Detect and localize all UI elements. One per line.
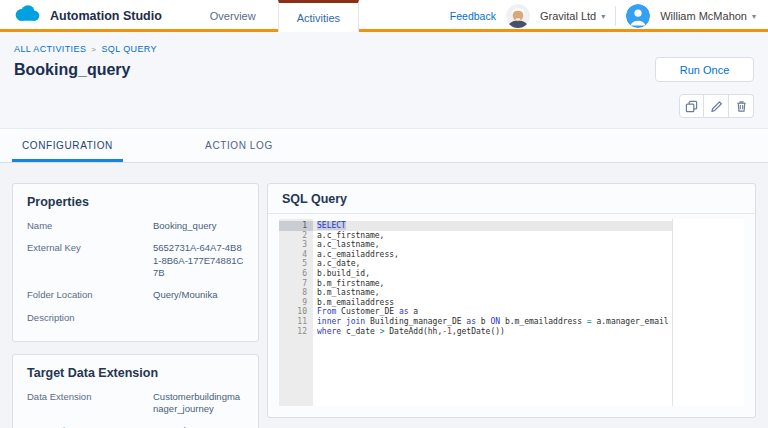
- sql-panel-body: 123456789101112 SELECTa.c_firstname,a.c_…: [268, 214, 755, 417]
- sql-code-line: SELECT: [313, 221, 672, 231]
- salesforce-cloud-icon: [12, 4, 42, 28]
- right-column: SQL Query 123456789101112 SELECTa.c_firs…: [267, 183, 756, 418]
- nav-tab-overview[interactable]: Overview: [188, 0, 278, 32]
- delete-button[interactable]: [729, 94, 754, 118]
- sql-code-editor[interactable]: 123456789101112 SELECTa.c_firstname,a.c_…: [279, 219, 744, 406]
- nav-tab-activities[interactable]: Activities: [278, 0, 359, 32]
- nav-divider: [615, 6, 616, 26]
- sql-gutter: 123456789101112: [279, 219, 313, 406]
- sql-code-line: a.c_date,: [313, 259, 672, 269]
- property-label: External Key: [27, 242, 153, 279]
- sql-code-lines: SELECTa.c_firstname,a.c_lastname,a.c_ema…: [313, 219, 672, 406]
- sql-panel-header: SQL Query: [268, 184, 755, 214]
- org-name: Gravital Ltd: [540, 10, 596, 22]
- trash-icon: [735, 100, 748, 113]
- edit-button[interactable]: [704, 94, 729, 118]
- app-title: Automation Studio: [50, 9, 162, 23]
- property-value: Customerbuildingmanager_journey: [153, 391, 244, 416]
- sql-code-line: b.m_lastname,: [313, 288, 672, 298]
- top-nav: Automation Studio Overview Activities Fe…: [0, 0, 768, 32]
- property-label: Name: [27, 220, 153, 232]
- sql-code-line: a.c_firstname,: [313, 231, 672, 241]
- user-avatar-icon[interactable]: [626, 4, 650, 28]
- property-row-description: Description: [27, 312, 244, 323]
- property-value: [153, 312, 244, 323]
- property-row-name: Name Booking_query: [27, 220, 244, 232]
- nav-utilities: Feedback Gravital Ltd ▾: [450, 0, 768, 32]
- target-data-extension-panel: Target Data Extension Data Extension Cus…: [12, 354, 259, 428]
- sql-code-line: inner join Building_manager_DE as b ON b…: [313, 317, 672, 327]
- nav-accent-bar: [0, 29, 768, 32]
- org-menu[interactable]: Gravital Ltd ▾: [540, 10, 605, 22]
- breadcrumb-sql-query[interactable]: SQL QUERY: [101, 44, 157, 54]
- einstein-avatar-icon: [506, 4, 530, 28]
- property-label: Description: [27, 312, 153, 323]
- page-header: ALL ACTIVITIES > SQL QUERY Booking_query…: [0, 32, 768, 129]
- run-once-button[interactable]: Run Once: [655, 57, 754, 82]
- target-de-title: Target Data Extension: [27, 366, 244, 380]
- property-row-external-key: External Key 5652731A-64A7-4B81-8B6A-177…: [27, 242, 244, 279]
- breadcrumb-all-activities[interactable]: ALL ACTIVITIES: [14, 44, 86, 54]
- sql-editor-right-gutter: [672, 219, 744, 406]
- sql-code-line: a.c_emailaddress,: [313, 250, 672, 260]
- properties-rows: Name Booking_query External Key 5652731A…: [27, 220, 244, 323]
- brand: Automation Studio: [0, 0, 188, 32]
- breadcrumb: ALL ACTIVITIES > SQL QUERY: [14, 44, 754, 54]
- tab-action-log[interactable]: ACTION LOG: [189, 129, 289, 162]
- automation-studio-screen: Automation Studio Overview Activities Fe…: [0, 0, 768, 428]
- properties-title: Properties: [27, 195, 244, 209]
- copy-icon: [685, 100, 698, 113]
- activity-toolbar: [679, 94, 754, 118]
- target-de-rows: Data Extension Customerbuildingmanager_j…: [27, 391, 244, 428]
- user-menu[interactable]: William McMahon ▾: [660, 10, 756, 22]
- sql-code-line: b.build_id,: [313, 269, 672, 279]
- property-value: 5652731A-64A7-4B81-8B6A-177E74881C7B: [153, 242, 244, 279]
- sql-code-line: b.m_emailaddress: [313, 298, 672, 308]
- left-column: Properties Name Booking_query External K…: [12, 183, 259, 418]
- content-area: Properties Name Booking_query External K…: [0, 163, 768, 428]
- chevron-down-icon: ▾: [601, 12, 605, 21]
- config-tabstrip: CONFIGURATION ACTION LOG: [0, 129, 768, 163]
- nav-tabs: Overview Activities: [188, 0, 359, 32]
- sql-code-line: a.c_lastname,: [313, 240, 672, 250]
- tab-configuration[interactable]: CONFIGURATION: [12, 129, 123, 162]
- sql-panel-title: SQL Query: [282, 192, 741, 206]
- properties-panel: Properties Name Booking_query External K…: [12, 183, 259, 342]
- property-label: Data Extension: [27, 391, 153, 416]
- pencil-icon: [710, 100, 723, 113]
- user-name: William McMahon: [660, 10, 747, 22]
- sql-code-line: b.m_firstname,: [313, 279, 672, 289]
- copy-button[interactable]: [679, 94, 704, 118]
- property-label: Folder Location: [27, 289, 153, 301]
- sql-code-line: From Customer_DE as a: [313, 307, 672, 317]
- sql-code-line: where c_date > DateAdd(hh,-1,getDate()): [313, 327, 672, 337]
- feedback-link[interactable]: Feedback: [450, 10, 496, 22]
- property-value: Booking_query: [153, 220, 244, 232]
- property-row-folder-location: Folder Location Query/Mounika: [27, 289, 244, 301]
- sql-query-panel: SQL Query 123456789101112 SELECTa.c_firs…: [267, 183, 756, 418]
- target-row-data-extension: Data Extension Customerbuildingmanager_j…: [27, 391, 244, 416]
- property-value: Query/Mounika: [153, 289, 244, 301]
- page-title: Booking_query: [14, 61, 754, 79]
- chevron-down-icon: ▾: [752, 12, 756, 21]
- breadcrumb-separator: >: [91, 45, 96, 54]
